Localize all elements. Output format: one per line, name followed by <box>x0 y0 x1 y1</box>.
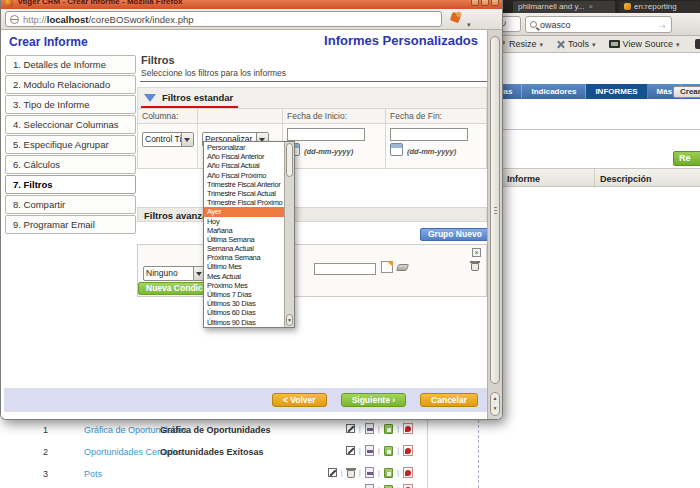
lookup-icon[interactable] <box>381 261 393 273</box>
new-group-button[interactable]: Grupo Nuevo <box>420 228 490 241</box>
tab-close-icon[interactable]: × <box>589 2 594 11</box>
dropdown-scrollbar-down[interactable] <box>286 314 293 326</box>
chevron-down-icon <box>592 39 596 49</box>
dropdown-scrollbar[interactable] <box>284 142 294 327</box>
close-group-icon[interactable] <box>472 248 481 257</box>
dropdown-option[interactable]: Personalizar <box>204 143 284 152</box>
standard-filters-header[interactable]: Filtros estandar <box>137 87 487 108</box>
crm-nav-tab[interactable]: Indicadores <box>522 84 586 99</box>
minimize-button[interactable] <box>471 0 479 6</box>
pdf-export-icon[interactable] <box>403 423 413 434</box>
excel-export-icon[interactable] <box>384 446 393 456</box>
dropdown-option[interactable]: Últimos 30 Días <box>204 299 284 308</box>
column-header-informe[interactable]: Informe <box>507 174 540 184</box>
condition-value-input[interactable] <box>314 263 376 275</box>
row-number: 1 <box>43 425 48 435</box>
dropdown-option[interactable]: Año Fiscal Anterior <box>204 152 284 161</box>
dropdown-options: Personalizar Año Fiscal Anterior Año Fis… <box>204 143 284 327</box>
scrollbar-steppers[interactable] <box>490 392 500 416</box>
clear-icon[interactable] <box>396 264 410 271</box>
search-go-icon[interactable]: → <box>657 20 667 30</box>
search-box[interactable]: → <box>525 16 672 33</box>
dropdown-option[interactable]: Hoy <box>204 217 284 226</box>
pdf-export-icon[interactable] <box>403 467 413 478</box>
condition-column-select[interactable]: Ninguno <box>143 266 206 281</box>
dropdown-option[interactable]: Últimos 60 Días <box>204 308 284 317</box>
pdf-export-icon[interactable] <box>403 445 413 456</box>
dropdown-option[interactable]: Semana Actual <box>204 244 284 253</box>
excel-export-icon[interactable] <box>384 468 393 478</box>
calendar-icon[interactable] <box>390 143 403 156</box>
devbar-resize[interactable]: Resize <box>497 39 543 49</box>
delete-condition-icon[interactable] <box>471 263 479 271</box>
window-title-bar[interactable]: vtiger CRM - Crear Informe - Mozilla Fir… <box>1 0 502 9</box>
devbar-tools[interactable]: Tools <box>556 39 596 49</box>
dropdown-option[interactable]: Trimestre Fiscal Anterior <box>204 180 284 189</box>
end-date-input[interactable] <box>390 128 468 141</box>
dropdown-option[interactable]: Trimestre Fiscal Próximo <box>204 198 284 207</box>
wizard-step[interactable]: 7. Filtros <box>5 175 136 194</box>
scrollbar-thumb[interactable] <box>490 36 500 384</box>
csv-export-icon[interactable] <box>365 423 374 434</box>
browser-tab[interactable]: en:reporting <box>619 1 700 13</box>
maximize-button[interactable] <box>481 0 489 6</box>
wizard-step[interactable]: 9. Programar Email <box>5 215 136 234</box>
next-button[interactable]: Siguiente › <box>341 393 406 407</box>
url-path: /coreBOSwork/index.php <box>88 14 193 25</box>
wizard-step[interactable]: 3. Tipo de Informe <box>5 95 136 114</box>
back-button[interactable]: < Volver <box>272 393 327 407</box>
collapse-arrow-icon[interactable] <box>144 94 156 102</box>
cancel-button[interactable]: Cancelar <box>420 393 478 407</box>
dropdown-option[interactable]: Mañana <box>204 226 284 235</box>
create-button[interactable]: Crear <box>673 86 700 98</box>
address-bar[interactable]: http://localhost/coreBOSwork/index.php <box>5 11 442 27</box>
report-link[interactable]: Pots <box>84 469 102 479</box>
dialog-scrollbar[interactable] <box>487 30 502 419</box>
dropdown-option[interactable]: Última Semana <box>204 235 284 244</box>
excel-export-icon[interactable] <box>384 485 393 488</box>
column-header-descripcion[interactable]: Descripción <box>600 174 652 184</box>
csv-export-icon[interactable] <box>365 445 374 456</box>
wizard-step[interactable]: 4. Seleccionar Columnas <box>5 115 136 134</box>
wizard-step[interactable]: 6. Cálculos <box>5 155 136 174</box>
start-date-input[interactable] <box>287 128 365 141</box>
module-title: Informes Personalizados <box>324 33 478 48</box>
list-toolbar-green-button[interactable]: Re <box>673 151 700 166</box>
browser-tab[interactable]: philmarnell and y...× <box>513 1 615 13</box>
advanced-filters-header[interactable]: Filtros avanzados <box>137 207 487 222</box>
crm-nav-tab[interactable]: INFORMES <box>586 84 647 99</box>
dropdown-option[interactable]: Últimos 7 Días <box>204 290 284 299</box>
dropdown-option[interactable]: Último Mes <box>204 262 284 271</box>
devbar-view-source[interactable]: View Source <box>609 39 680 49</box>
site-favicon <box>624 3 631 10</box>
dropdown-option[interactable]: Ayer <box>204 207 284 216</box>
dropdown-option[interactable]: Mes Actual <box>204 272 284 281</box>
edit-icon[interactable] <box>346 424 355 433</box>
csv-export-icon[interactable] <box>365 484 374 488</box>
dropdown-option[interactable]: Próxima Semana <box>204 253 284 262</box>
close-button[interactable] <box>491 0 499 6</box>
separator <box>359 446 361 455</box>
dropdown-scrollbar-thumb[interactable] <box>286 143 293 177</box>
trash-icon[interactable] <box>347 470 355 478</box>
chevron-down-icon[interactable] <box>181 133 193 146</box>
wizard-step[interactable]: 5. Especifique Agrupar <box>5 135 136 154</box>
csv-export-icon[interactable] <box>365 467 374 478</box>
dropdown-option[interactable]: Trimestre Fiscal Actual <box>204 189 284 198</box>
excel-export-icon[interactable] <box>384 424 393 434</box>
column-select[interactable]: Control Tie <box>142 132 194 147</box>
edit-icon[interactable] <box>346 446 355 455</box>
pdf-export-icon[interactable] <box>403 484 413 488</box>
edit-icon[interactable] <box>328 468 337 477</box>
chevron-down-icon[interactable] <box>467 13 471 31</box>
search-input[interactable] <box>537 20 657 30</box>
dropdown-option[interactable]: Año Fiscal Actual <box>204 161 284 170</box>
plugin-icon[interactable] <box>450 12 462 24</box>
popup-url-bar: http://localhost/coreBOSwork/index.php <box>1 9 502 30</box>
wizard-step[interactable]: 2. Modulo Relacionado <box>5 75 136 94</box>
dropdown-option[interactable]: Año Fiscal Próximo <box>204 171 284 180</box>
dropdown-option[interactable]: Últimos 90 Días <box>204 318 284 327</box>
dropdown-option[interactable]: Próximo Mes <box>204 281 284 290</box>
wizard-step[interactable]: 8. Compartir <box>5 195 136 214</box>
wizard-step[interactable]: 1. Detalles de Informe <box>5 55 136 74</box>
